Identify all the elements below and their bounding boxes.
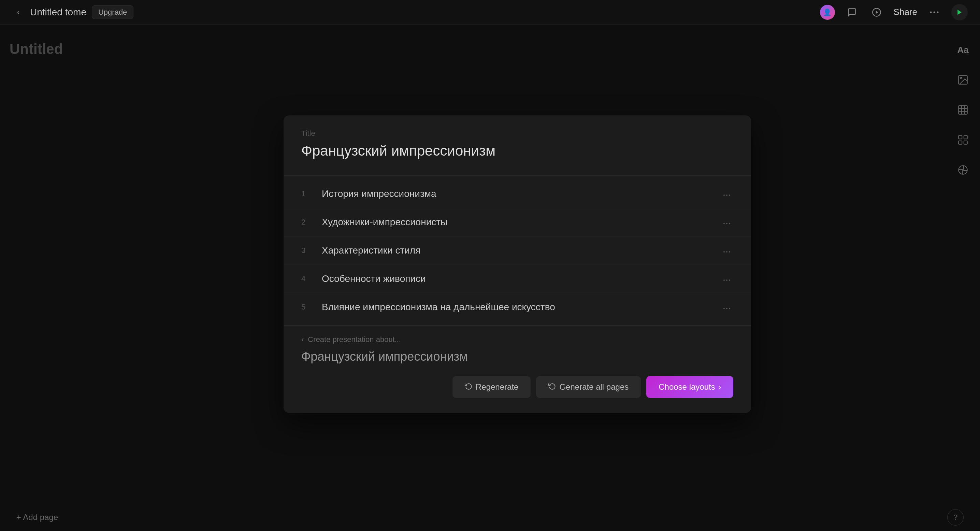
- slide-menu-icon[interactable]: [720, 301, 733, 313]
- generate-all-label: Generate all pages: [559, 382, 628, 392]
- regenerate-button[interactable]: Regenerate: [452, 376, 531, 398]
- presentation-title[interactable]: Французский импрессионизм: [301, 143, 733, 159]
- svg-point-25: [726, 251, 727, 253]
- slide-number: 2: [301, 218, 315, 227]
- add-page-label: + Add page: [16, 513, 58, 522]
- add-page-button[interactable]: + Add page: [16, 513, 58, 522]
- subject-text: Французский импрессионизм: [301, 350, 733, 364]
- topbar: ‹ Untitled tome Upgrade 👤 Share: [0, 0, 980, 25]
- slide-title: Характеристики стиля: [322, 245, 720, 256]
- slide-number: 4: [301, 274, 315, 283]
- svg-rect-14: [964, 135, 967, 139]
- text-format-icon[interactable]: Aa: [954, 41, 972, 59]
- sidebar-left: Untitled: [0, 25, 89, 531]
- svg-point-29: [729, 280, 730, 281]
- back-to-create-label: Create presentation about...: [308, 335, 401, 344]
- slide-menu-icon[interactable]: [720, 273, 733, 285]
- svg-marker-5: [958, 10, 962, 15]
- slide-title: Особенности живописи: [322, 273, 720, 284]
- avatar[interactable]: 👤: [820, 5, 835, 20]
- title-label: Title: [301, 129, 733, 138]
- tome-title: Untitled tome: [30, 7, 86, 18]
- play-button[interactable]: [951, 4, 968, 21]
- help-icon: ?: [953, 513, 958, 522]
- svg-point-21: [724, 223, 725, 224]
- svg-point-22: [726, 223, 727, 224]
- choose-layouts-button[interactable]: Choose layouts ›: [646, 376, 733, 398]
- slide-item[interactable]: 2 Художники-импрессионисты: [283, 208, 751, 237]
- svg-rect-16: [964, 141, 967, 145]
- svg-point-20: [729, 194, 730, 196]
- svg-point-24: [724, 251, 725, 253]
- generate-all-button[interactable]: Generate all pages: [536, 376, 641, 398]
- svg-marker-1: [876, 11, 878, 14]
- slide-title: История импрессионизма: [322, 188, 720, 199]
- presentation-modal: Title Французский импрессионизм 1 Истори…: [283, 115, 751, 413]
- upgrade-button[interactable]: Upgrade: [92, 5, 134, 19]
- image-insert-icon[interactable]: [954, 71, 972, 89]
- svg-point-32: [729, 308, 730, 309]
- svg-point-19: [726, 194, 727, 196]
- topbar-left: ‹ Untitled tome Upgrade: [12, 5, 134, 19]
- slides-list: 1 История импрессионизма 2 Художники-имп…: [283, 176, 751, 325]
- modal-bottom: ‹ Create presentation about... Французск…: [283, 325, 751, 413]
- slide-item[interactable]: 3 Характеристики стиля: [283, 237, 751, 265]
- slide-title: Художники-импрессионисты: [322, 217, 720, 227]
- svg-point-4: [937, 11, 939, 13]
- bottom-bar: + Add page ?: [0, 504, 980, 531]
- back-to-create[interactable]: ‹ Create presentation about...: [301, 335, 733, 344]
- svg-point-28: [726, 280, 727, 281]
- more-menu-icon[interactable]: [927, 5, 942, 20]
- svg-point-31: [726, 308, 727, 309]
- svg-rect-13: [958, 135, 962, 139]
- grid-insert-icon[interactable]: [954, 131, 972, 149]
- share-button[interactable]: Share: [894, 7, 917, 17]
- svg-point-23: [729, 223, 730, 224]
- slide-item[interactable]: 5 Влияние импрессионизма на дальнейшее и…: [283, 293, 751, 321]
- svg-rect-15: [958, 141, 962, 145]
- title-section: Title Французский импрессионизм: [283, 115, 751, 176]
- slide-menu-icon[interactable]: [720, 245, 733, 256]
- main-content: Title Французский импрессионизм 1 Истори…: [89, 25, 946, 504]
- theme-icon[interactable]: [954, 161, 972, 179]
- slide-menu-icon[interactable]: [720, 188, 733, 200]
- slide-menu-icon[interactable]: [720, 216, 733, 228]
- svg-point-18: [724, 194, 725, 196]
- slide-number: 1: [301, 189, 315, 198]
- comment-icon[interactable]: [845, 5, 859, 20]
- svg-point-26: [729, 251, 730, 253]
- table-insert-icon[interactable]: [954, 101, 972, 119]
- svg-rect-8: [958, 105, 967, 114]
- action-buttons: Regenerate Generate all pages Choose lay…: [301, 376, 733, 398]
- regenerate-label: Regenerate: [476, 382, 518, 392]
- sidebar-right: Aa: [946, 25, 980, 531]
- choose-layouts-label: Choose layouts: [659, 382, 715, 392]
- help-button[interactable]: ?: [947, 509, 964, 526]
- slide-number: 3: [301, 246, 315, 255]
- svg-point-2: [930, 11, 932, 13]
- slide-number: 5: [301, 303, 315, 312]
- svg-point-7: [961, 78, 962, 79]
- svg-point-3: [934, 11, 935, 13]
- svg-point-27: [724, 280, 725, 281]
- choose-layouts-chevron: ›: [719, 383, 721, 391]
- slide-item[interactable]: 1 История импрессионизма: [283, 180, 751, 208]
- page-title-sidebar: Untitled: [10, 41, 79, 57]
- slide-item[interactable]: 4 Особенности живописи: [283, 265, 751, 293]
- slide-title: Влияние импрессионизма на дальнейшее иск…: [322, 302, 720, 313]
- back-chevron-icon: ‹: [301, 335, 304, 344]
- back-button[interactable]: ‹: [12, 6, 25, 18]
- present-icon[interactable]: [869, 5, 884, 20]
- generate-all-icon: [548, 382, 556, 392]
- svg-point-30: [724, 308, 725, 309]
- regenerate-icon: [465, 382, 472, 392]
- topbar-right: 👤 Share: [820, 4, 968, 21]
- avatar-img: 👤: [823, 8, 832, 16]
